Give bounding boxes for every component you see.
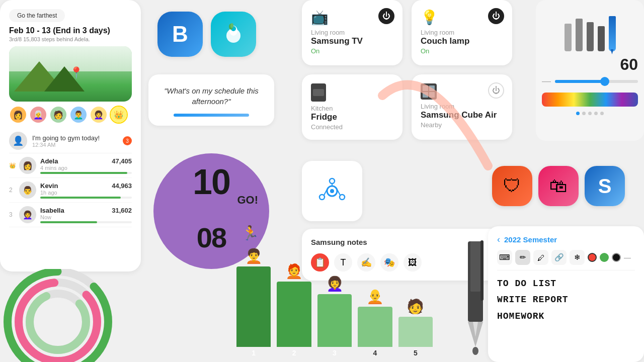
tv-power-button[interactable]: ⏻ (378, 8, 394, 24)
smarthings-hub-icon (317, 176, 347, 206)
bar-fill (277, 282, 311, 347)
lb-steps: 47,405 (107, 157, 132, 165)
bar-chart-item: 👩‍🦱 3 (317, 276, 352, 357)
bar-label: 4 (373, 349, 377, 357)
svg-rect-20 (470, 241, 480, 292)
cubeair-status-label: Nearby (421, 121, 503, 129)
lamp-status-label: On (421, 47, 503, 55)
lb-avatar: 👩 (19, 157, 36, 174)
notes-color-green[interactable] (600, 253, 609, 262)
bar-label: 3 (333, 349, 337, 357)
dot-4[interactable] (594, 112, 598, 115)
tv-name-label: Samsung TV (311, 36, 393, 46)
lb-bar (40, 172, 127, 174)
pen-2 (576, 19, 583, 51)
slider-minus-icon[interactable]: — (542, 76, 551, 86)
message-text: I'm going to gym today! (32, 134, 100, 142)
lb-time: 1h ago (40, 190, 132, 196)
avatar-crown: 👑 (110, 106, 128, 124)
lb-time: Now (40, 214, 132, 220)
svg-point-24 (472, 347, 478, 355)
message-content: I'm going to gym today! 12:34 AM (32, 134, 100, 148)
lamp-room-label: Living room (421, 29, 503, 36)
leaderboard-row: 👑 👩 Adela 47,405 4 mins ago (9, 153, 132, 178)
bar-label: 2 (292, 349, 296, 357)
lamp-power-button[interactable]: ⏻ (488, 8, 504, 24)
dot-3[interactable] (588, 112, 592, 115)
bar-label: 5 (414, 349, 418, 357)
pen-4 (598, 26, 605, 51)
bar-avatar: 🧑 (407, 298, 424, 315)
color-bar[interactable] (542, 93, 638, 107)
lb-name: Adela (40, 157, 58, 165)
pen-container (542, 6, 638, 51)
skype-app-icon[interactable]: S (585, 166, 625, 206)
runner-icon: 🏃 (242, 225, 259, 241)
fitness-widget: Go the farthest Feb 10 - 13 (End in 3 da… (0, 0, 141, 272)
svg-rect-21 (480, 240, 484, 301)
astro-app-icon[interactable] (211, 12, 256, 57)
pen-blue (609, 16, 616, 51)
slider-track[interactable] (555, 80, 638, 83)
svg-point-14 (319, 195, 325, 200)
lb-bar (40, 197, 121, 199)
voice-query-text: "What's on my schedule this afternoon?" (157, 85, 265, 107)
map-pin: 📍 (69, 66, 83, 79)
ad-blocker-app-icon[interactable]: 🛡 (492, 166, 532, 206)
notes-color-red[interactable] (588, 253, 597, 262)
dot-5[interactable] (600, 112, 604, 115)
step-date-number: 10 (193, 164, 230, 200)
fridge-icon-shape (311, 83, 326, 102)
bar-avatar: 🧑‍🦱 (245, 248, 263, 264)
leaderboard-row: 2 👨 Kevin 44,963 1h ago (9, 178, 132, 203)
bar-fill (398, 317, 433, 347)
svg-point-13 (330, 178, 335, 184)
bar-label: 1 (252, 349, 256, 357)
cubeair-name-label: Samsung Cube Air (421, 110, 503, 120)
leaderboard-row: 3 👩‍🦱 Isabella 31,602 Now (9, 203, 132, 227)
cubeair-icon-shape (421, 83, 437, 100)
fridge-name-label: Fridge (311, 112, 393, 122)
cubeair-power-button[interactable]: ⏻ (488, 82, 504, 99)
fridge-room-label: Kitchen (311, 105, 393, 112)
pagination-dots (542, 112, 638, 115)
voice-progress-bar (174, 114, 249, 117)
bixby-app-icon[interactable]: B (157, 12, 203, 57)
tv-status-label: On (311, 47, 393, 55)
message-time: 12:34 AM (32, 142, 100, 148)
avatar-5: 👩‍🦱 (90, 106, 108, 124)
lb-name: Kevin (40, 182, 58, 190)
notes-shape-tool[interactable]: ❄ (570, 250, 585, 265)
rings-svg (0, 269, 121, 362)
message-badge: 3 (123, 136, 132, 145)
smart-home-cubeair-card: Living room Samsung Cube Air Nearby ⏻ (412, 74, 512, 140)
pen-3 (587, 22, 594, 51)
lb-info: Adela 47,405 4 mins ago (40, 157, 132, 174)
svg-point-5 (30, 294, 86, 350)
smarthings-hub-card[interactable] (302, 161, 362, 221)
dot-2[interactable] (582, 112, 586, 115)
rank-number: 👑 (9, 162, 15, 169)
dot-1[interactable] (576, 112, 580, 115)
lb-avatar: 👩‍🦱 (19, 206, 36, 223)
tv-room-label: Living room (311, 29, 393, 36)
lb-info: Kevin 44,963 1h ago (40, 182, 132, 199)
smart-home-fridge-card: Kitchen Fridge Connected (302, 74, 403, 140)
avatar-4: 👨‍🦱 (69, 106, 88, 124)
rank-number: 3 (9, 211, 15, 218)
avatar-3: 🧑 (49, 106, 67, 124)
notes-divider: — (624, 253, 631, 261)
rank-number: 2 (9, 187, 15, 194)
app-icons-area: B (148, 0, 274, 68)
pen-illustration (438, 236, 513, 362)
slider-thumb[interactable] (600, 77, 609, 86)
bar-avatar: 🧑‍🦲 (366, 288, 384, 305)
voice-assistant-widget: "What's on my schedule this afternoon?" (148, 74, 274, 126)
notes-color-black[interactable] (612, 253, 621, 262)
notes-pencil-tool[interactable]: ✏ (515, 250, 530, 265)
pen-number: 60 (542, 55, 638, 74)
svg-point-12 (330, 189, 334, 193)
galaxy-store-app-icon[interactable]: 🛍 (538, 166, 579, 206)
notes-pen-tool[interactable]: 🖊 (533, 250, 548, 265)
notes-link-tool[interactable]: 🔗 (551, 250, 567, 265)
